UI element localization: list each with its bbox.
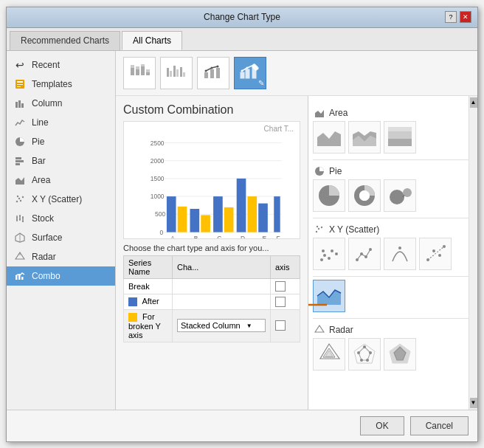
sidebar-label-bar: Bar xyxy=(32,156,46,166)
sidebar-item-line[interactable]: Line xyxy=(7,113,115,132)
flyout-pie2[interactable] xyxy=(348,179,381,212)
chart-type-custom[interactable]: ✎ xyxy=(234,57,266,89)
axis-checkbox-broken[interactable] xyxy=(275,320,286,331)
svg-rect-80 xyxy=(258,203,268,232)
chart-svg: 0 500 1000 1500 2000 2500 xyxy=(124,122,300,238)
svg-rect-54 xyxy=(246,69,249,78)
flyout-xy4[interactable] xyxy=(419,238,452,270)
svg-rect-48 xyxy=(210,69,214,78)
series-table: Series Name Cha... axis Break xyxy=(123,255,300,342)
flyout-xy2[interactable] xyxy=(348,238,381,270)
flyout-radar1[interactable] xyxy=(313,338,345,371)
sidebar-label-radar: Radar xyxy=(32,252,56,262)
sidebar-item-pie[interactable]: Pie xyxy=(7,132,115,151)
flyout-scroll[interactable]: Area xyxy=(308,96,477,410)
after-label: After xyxy=(142,297,159,306)
svg-text:B: B xyxy=(194,235,198,238)
radar-section-label: Radar xyxy=(329,325,353,335)
tab-recommended[interactable]: Recommended Charts xyxy=(10,31,120,50)
series-break-name: Break xyxy=(124,278,173,294)
svg-rect-3 xyxy=(17,86,21,87)
axis-checkbox-break[interactable] xyxy=(275,281,286,292)
svg-text:2500: 2500 xyxy=(151,139,165,146)
chart-type-combo2[interactable] xyxy=(197,57,229,89)
radar-icon xyxy=(14,251,26,263)
flyout-area3[interactable] xyxy=(384,121,416,154)
svg-rect-10 xyxy=(15,163,20,165)
svg-rect-37 xyxy=(141,66,145,75)
flyout-panel: Area xyxy=(308,96,477,410)
sidebar-item-recent[interactable]: ↩ Recent xyxy=(7,55,115,75)
svg-point-110 xyxy=(318,227,319,229)
series-broken-name: For broken Y axis xyxy=(124,309,173,342)
series-broken-axis xyxy=(271,309,300,342)
chart-type-clustered[interactable] xyxy=(160,57,193,89)
chart-icons-row: ✎ xyxy=(116,51,477,96)
col-chart-type: Cha... xyxy=(173,255,271,278)
chart-type-stacked-col[interactable] xyxy=(123,57,156,89)
sidebar-item-area[interactable]: Area xyxy=(7,170,115,190)
stacked-column-dropdown[interactable]: Stacked Column ▼ xyxy=(177,319,266,332)
sidebar-item-stock[interactable]: Stock xyxy=(7,209,115,228)
sidebar-item-radar[interactable]: Radar xyxy=(7,247,115,266)
svg-text:0: 0 xyxy=(159,228,163,235)
svg-marker-100 xyxy=(388,127,412,131)
close-button[interactable]: ✕ xyxy=(460,11,471,23)
sidebar-item-bar[interactable]: Bar xyxy=(7,151,115,170)
sidebar-item-templates[interactable]: Templates xyxy=(7,75,115,94)
svg-rect-76 xyxy=(213,196,223,232)
divider-3 xyxy=(313,276,473,277)
sidebar-item-surface[interactable]: Surface xyxy=(7,228,115,247)
svg-point-111 xyxy=(321,226,322,227)
svg-rect-38 xyxy=(141,64,145,66)
svg-rect-36 xyxy=(136,66,139,69)
help-button[interactable]: ? xyxy=(445,11,457,23)
divider-4 xyxy=(313,318,473,319)
flyout-xy3[interactable] xyxy=(384,238,416,270)
dialog-title: Change Chart Type xyxy=(39,12,445,22)
svg-marker-94 xyxy=(315,110,324,117)
axis-checkbox-after[interactable] xyxy=(275,297,286,307)
svg-point-56 xyxy=(241,69,243,72)
svg-text:C: C xyxy=(217,235,221,238)
table-row-stacked: For broken Y axis Stacked Column ▼ xyxy=(124,309,300,342)
svg-text:2000: 2000 xyxy=(151,156,165,164)
svg-rect-41 xyxy=(167,68,169,77)
flyout-pie3[interactable] xyxy=(384,179,416,212)
scroll-down-btn[interactable]: ▼ xyxy=(470,398,477,408)
flyout-radar3[interactable] xyxy=(384,338,416,371)
series-break-axis xyxy=(271,278,300,294)
ok-button[interactable]: OK xyxy=(360,416,404,435)
svg-point-142 xyxy=(357,351,360,354)
chart-preview-label: Chart T... xyxy=(264,125,294,133)
svg-rect-2 xyxy=(17,84,23,85)
svg-point-57 xyxy=(246,66,249,69)
svg-rect-42 xyxy=(170,71,172,77)
scroll-up-btn[interactable]: ▲ xyxy=(470,97,477,108)
svg-rect-44 xyxy=(176,69,179,77)
sidebar-label-pie: Pie xyxy=(32,137,44,147)
svg-text:F: F xyxy=(276,235,280,238)
svg-point-125 xyxy=(432,249,435,252)
flyout-area2[interactable] xyxy=(348,121,381,154)
svg-rect-47 xyxy=(204,72,208,78)
title-bar-controls: ? ✕ xyxy=(445,11,471,23)
svg-point-12 xyxy=(16,200,18,201)
sidebar-item-combo[interactable]: Combo xyxy=(7,266,115,286)
pie-icons-grid xyxy=(313,179,473,212)
scatter-icon xyxy=(14,193,26,205)
svg-point-13 xyxy=(18,197,20,199)
cancel-button[interactable]: Cancel xyxy=(410,416,469,435)
sidebar-item-xyscatter[interactable]: X Y (Scatter) xyxy=(7,190,115,209)
selected-icons-grid xyxy=(313,280,473,312)
svg-point-138 xyxy=(363,345,366,348)
sidebar-item-column[interactable]: Column xyxy=(7,94,115,113)
svg-marker-137 xyxy=(359,347,370,360)
flyout-area1[interactable] xyxy=(313,121,345,154)
svg-rect-77 xyxy=(224,207,234,232)
flyout-scrollbar[interactable]: ▲ ▼ xyxy=(469,96,477,410)
flyout-pie1[interactable] xyxy=(313,179,345,212)
flyout-radar2[interactable] xyxy=(348,338,381,371)
tab-all-charts[interactable]: All Charts xyxy=(122,31,182,50)
flyout-xy1[interactable] xyxy=(313,238,345,270)
